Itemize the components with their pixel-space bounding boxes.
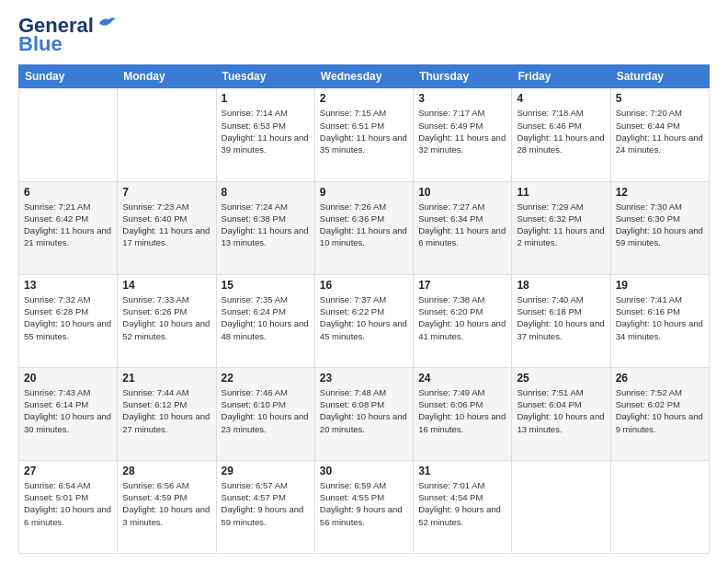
day-info: Sunrise: 7:21 AM Sunset: 6:42 PM Dayligh… [24,201,112,249]
day-info: Sunrise: 7:48 AM Sunset: 6:08 PM Dayligh… [320,386,408,435]
weekday-header-thursday: Thursday [414,65,512,88]
calendar-cell [118,88,216,181]
day-number: 8 [222,186,310,199]
day-number: 11 [517,186,605,199]
calendar-cell: 6Sunrise: 7:21 AM Sunset: 6:42 PM Daylig… [19,181,118,274]
day-info: Sunrise: 6:54 AM Sunset: 5:01 PM Dayligh… [24,479,112,528]
day-info: Sunrise: 7:44 AM Sunset: 6:12 PM Dayligh… [122,386,210,435]
calendar-cell: 28Sunrise: 6:56 AM Sunset: 4:59 PM Dayli… [118,460,216,553]
calendar-cell: 18Sunrise: 7:40 AM Sunset: 6:18 PM Dayli… [512,274,610,367]
calendar-cell: 20Sunrise: 7:43 AM Sunset: 6:14 PM Dayli… [19,367,118,460]
day-info: Sunrise: 7:20 AM Sunset: 6:44 PM Dayligh… [616,107,704,155]
day-number: 3 [418,92,506,105]
day-number: 14 [122,279,210,292]
day-number: 6 [24,186,112,199]
calendar-cell [610,460,709,553]
calendar-cell: 27Sunrise: 6:54 AM Sunset: 5:01 PM Dayli… [19,460,118,553]
calendar-cell: 3Sunrise: 7:17 AM Sunset: 6:49 PM Daylig… [414,88,512,181]
day-info: Sunrise: 7:29 AM Sunset: 6:32 PM Dayligh… [517,201,605,249]
day-info: Sunrise: 6:57 AM Sunset: 4:57 PM Dayligh… [222,479,310,528]
day-info: Sunrise: 6:59 AM Sunset: 4:55 PM Dayligh… [320,479,408,528]
day-number: 26 [616,372,704,385]
calendar-cell: 2Sunrise: 7:15 AM Sunset: 6:51 PM Daylig… [314,88,413,181]
day-number: 19 [616,279,704,292]
day-info: Sunrise: 7:15 AM Sunset: 6:51 PM Dayligh… [320,107,408,155]
calendar-week-row: 13Sunrise: 7:32 AM Sunset: 6:28 PM Dayli… [19,274,710,367]
weekday-header-friday: Friday [512,65,610,88]
calendar-cell: 4Sunrise: 7:18 AM Sunset: 6:46 PM Daylig… [512,88,610,181]
day-info: Sunrise: 7:18 AM Sunset: 6:46 PM Dayligh… [517,107,605,155]
calendar-cell: 19Sunrise: 7:41 AM Sunset: 6:16 PM Dayli… [610,274,709,367]
day-info: Sunrise: 7:37 AM Sunset: 6:22 PM Dayligh… [320,293,408,342]
calendar-cell: 30Sunrise: 6:59 AM Sunset: 4:55 PM Dayli… [314,460,413,553]
day-info: Sunrise: 6:56 AM Sunset: 4:59 PM Dayligh… [122,479,210,528]
day-info: Sunrise: 7:27 AM Sunset: 6:34 PM Dayligh… [418,201,506,249]
day-info: Sunrise: 7:14 AM Sunset: 6:53 PM Dayligh… [222,107,310,155]
calendar-cell: 12Sunrise: 7:30 AM Sunset: 6:30 PM Dayli… [610,181,709,274]
day-number: 15 [222,279,310,292]
logo: General Blue [18,15,116,55]
calendar-cell: 11Sunrise: 7:29 AM Sunset: 6:32 PM Dayli… [512,181,610,274]
calendar-cell: 1Sunrise: 7:14 AM Sunset: 6:53 PM Daylig… [216,88,314,181]
calendar-cell: 31Sunrise: 7:01 AM Sunset: 4:54 PM Dayli… [414,460,512,553]
day-info: Sunrise: 7:41 AM Sunset: 6:16 PM Dayligh… [616,293,704,342]
day-info: Sunrise: 7:40 AM Sunset: 6:18 PM Dayligh… [517,293,605,342]
calendar-cell: 17Sunrise: 7:38 AM Sunset: 6:20 PM Dayli… [414,274,512,367]
day-info: Sunrise: 7:51 AM Sunset: 6:04 PM Dayligh… [517,386,605,435]
calendar-cell: 14Sunrise: 7:33 AM Sunset: 6:26 PM Dayli… [118,274,216,367]
day-number: 25 [517,372,605,385]
calendar-cell: 7Sunrise: 7:23 AM Sunset: 6:40 PM Daylig… [118,181,216,274]
calendar-cell: 16Sunrise: 7:37 AM Sunset: 6:22 PM Dayli… [314,274,413,367]
calendar-week-row: 27Sunrise: 6:54 AM Sunset: 5:01 PM Dayli… [19,460,710,553]
calendar-cell: 9Sunrise: 7:26 AM Sunset: 6:36 PM Daylig… [314,181,413,274]
day-info: Sunrise: 7:24 AM Sunset: 6:38 PM Dayligh… [222,201,310,249]
calendar-table: SundayMondayTuesdayWednesdayThursdayFrid… [18,64,710,554]
day-info: Sunrise: 7:46 AM Sunset: 6:10 PM Dayligh… [222,386,310,435]
day-number: 12 [616,186,704,199]
calendar-cell: 13Sunrise: 7:32 AM Sunset: 6:28 PM Dayli… [19,274,118,367]
calendar-cell: 25Sunrise: 7:51 AM Sunset: 6:04 PM Dayli… [512,367,610,460]
day-number: 17 [418,279,506,292]
weekday-header-tuesday: Tuesday [216,65,314,88]
day-info: Sunrise: 7:35 AM Sunset: 6:24 PM Dayligh… [222,293,310,342]
day-info: Sunrise: 7:43 AM Sunset: 6:14 PM Dayligh… [24,386,112,435]
day-info: Sunrise: 7:32 AM Sunset: 6:28 PM Dayligh… [24,293,112,342]
calendar-cell: 22Sunrise: 7:46 AM Sunset: 6:10 PM Dayli… [216,367,314,460]
day-info: Sunrise: 7:23 AM Sunset: 6:40 PM Dayligh… [122,201,210,249]
day-number: 7 [122,186,210,199]
calendar-cell [19,88,118,181]
calendar-cell: 24Sunrise: 7:49 AM Sunset: 6:06 PM Dayli… [414,367,512,460]
calendar-week-row: 20Sunrise: 7:43 AM Sunset: 6:14 PM Dayli… [19,367,710,460]
logo-bird-icon [96,16,116,32]
day-number: 31 [418,465,506,477]
day-number: 13 [24,279,112,292]
day-number: 9 [320,186,408,199]
day-number: 30 [320,465,408,477]
day-number: 4 [517,92,605,105]
calendar-cell: 15Sunrise: 7:35 AM Sunset: 6:24 PM Dayli… [216,274,314,367]
weekday-header-monday: Monday [118,65,216,88]
day-info: Sunrise: 7:52 AM Sunset: 6:02 PM Dayligh… [616,386,704,435]
day-number: 21 [122,372,210,385]
day-number: 1 [222,92,310,105]
day-number: 5 [616,92,704,105]
logo-blue: Blue [18,33,63,55]
weekday-header-sunday: Sunday [19,65,118,88]
day-number: 24 [418,372,506,385]
calendar-cell: 21Sunrise: 7:44 AM Sunset: 6:12 PM Dayli… [118,367,216,460]
day-info: Sunrise: 7:33 AM Sunset: 6:26 PM Dayligh… [122,293,210,342]
day-info: Sunrise: 7:30 AM Sunset: 6:30 PM Dayligh… [616,201,704,249]
day-number: 20 [24,372,112,385]
calendar-cell [512,460,610,553]
calendar-cell: 23Sunrise: 7:48 AM Sunset: 6:08 PM Dayli… [314,367,413,460]
day-info: Sunrise: 7:49 AM Sunset: 6:06 PM Dayligh… [418,386,506,435]
calendar-cell: 26Sunrise: 7:52 AM Sunset: 6:02 PM Dayli… [610,367,709,460]
weekday-header-row: SundayMondayTuesdayWednesdayThursdayFrid… [19,65,710,88]
day-number: 16 [320,279,408,292]
day-info: Sunrise: 7:01 AM Sunset: 4:54 PM Dayligh… [418,479,506,528]
calendar-week-row: 6Sunrise: 7:21 AM Sunset: 6:42 PM Daylig… [19,181,710,274]
calendar-week-row: 1Sunrise: 7:14 AM Sunset: 6:53 PM Daylig… [19,88,710,181]
calendar-cell: 29Sunrise: 6:57 AM Sunset: 4:57 PM Dayli… [216,460,314,553]
day-info: Sunrise: 7:38 AM Sunset: 6:20 PM Dayligh… [418,293,506,342]
weekday-header-saturday: Saturday [610,65,709,88]
